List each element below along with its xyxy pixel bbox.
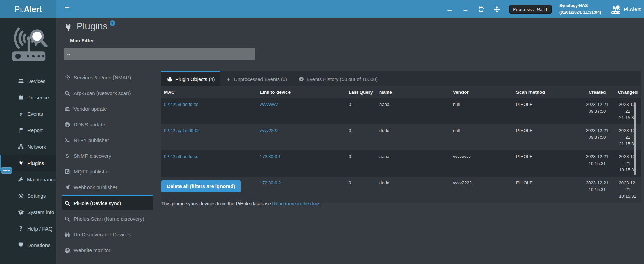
cell-created: 2023-12-2109:37:50	[580, 124, 614, 151]
plugin-nav-item-pholus-scan-name-discovery[interactable]: Pholus-Scan (Name discovery)	[62, 210, 153, 226]
tab-plugin-objects-4[interactable]: Plugin Objects (4)	[161, 71, 220, 86]
plugin-nav-item-label: Un-Discoverable Devices	[73, 232, 131, 237]
new-badge: NEW	[1, 168, 12, 173]
plugin-nav-item-label: DDNS update	[73, 122, 105, 127]
sidebar-item-label: Settings	[27, 193, 46, 199]
column-header-mac[interactable]: MAC	[161, 86, 257, 98]
refresh-icon[interactable]	[476, 4, 486, 14]
column-header-last-query[interactable]: Last Query	[346, 86, 377, 98]
cell-created: 2023-12-2109:37:50	[580, 98, 614, 124]
docs-link[interactable]: Read more in the docs.	[272, 201, 322, 206]
page-header: Plugins ?	[64, 21, 115, 32]
clock-icon	[299, 77, 304, 82]
move-arrows-icon[interactable]	[492, 4, 502, 14]
plugin-nav-item-arp-scan-network-scan[interactable]: Arp-Scan (Network scan)	[62, 85, 153, 100]
plugin-nav-item-label: MQTT publisher	[73, 169, 110, 175]
mac-link[interactable]: 02:42:ac:1e:00:02	[164, 128, 200, 133]
sidebar-item-devices[interactable]: Devices	[0, 73, 56, 89]
cell-scan-method: PIHOLE	[513, 98, 580, 124]
cell-last-query: 0	[346, 177, 377, 203]
sidebar-item-settings[interactable]: Settings	[0, 187, 56, 204]
mac-filter-label: Mac Filter	[70, 38, 94, 43]
sidebar-item-maintenance[interactable]: Maintenance NEW	[0, 171, 56, 187]
cell-device-link: vvvv2222	[257, 124, 346, 151]
process-status-badge: Process: Wait	[509, 5, 552, 14]
brand-prefix: Pi.	[15, 5, 24, 14]
tab-events-history-50-out-of-10000[interactable]: Events History (50 out of 10000)	[293, 71, 384, 86]
mac-filter-input[interactable]	[64, 48, 255, 60]
sidebar-item-label: Help / FAQ	[27, 226, 52, 232]
brand-suffix: Alert	[24, 5, 42, 14]
column-header-changed[interactable]: Changed	[614, 86, 641, 98]
plugin-nav-item-services-ports-nmap[interactable]: Services & Ports (NMAP)	[62, 69, 153, 85]
forward-arrow-icon[interactable]: →	[460, 4, 470, 14]
brand-logo[interactable]: Pi.Alert	[0, 0, 56, 18]
device-link[interactable]: 172.30.0.1	[260, 154, 281, 159]
plugin-nav-item-label: Pholus-Scan (Name discovery)	[73, 216, 144, 222]
device-link[interactable]: 172.30.0.2	[260, 180, 281, 185]
cell-device-link: 172.30.0.1	[257, 150, 346, 177]
mac-link[interactable]: 02:42:59:ad:fd:cc	[164, 154, 198, 159]
plugin-nav-item-website-monitor[interactable]: Website monitor	[62, 242, 153, 258]
plugin-nav-item-un-discoverable-devices[interactable]: Un-Discoverable Devices	[62, 226, 153, 242]
column-header-name[interactable]: Name	[377, 86, 450, 98]
table-row: 02:42:59:ad:fd:ccvvvvvvvv0aaaanullPIHOLE…	[161, 98, 641, 124]
sidebar-item-donations[interactable]: Donations	[0, 237, 56, 253]
plugin-nav-item-webhook-publisher[interactable]: Webhook publisher	[62, 179, 153, 195]
search-icon	[64, 200, 70, 206]
search-icon	[64, 216, 70, 222]
plugin-nav-item-label: NTFY publisher	[73, 137, 109, 143]
sidebar-item-report[interactable]: Report	[0, 122, 56, 138]
device-name: Synology-NAS	[559, 3, 601, 9]
plugin-nav-item-vendor-update[interactable]: Vendor update	[62, 100, 153, 116]
topbar: Pi.Alert ☰ ← → Process: Wait Synology-NA…	[0, 0, 644, 18]
plugin-nav-item-label: PiHole (Device sync)	[73, 200, 121, 206]
sidebar-item-label: Maintenance	[27, 177, 56, 182]
plugin-nav-item-label: Vendor update	[73, 106, 107, 112]
back-arrow-icon[interactable]: ←	[444, 4, 455, 14]
cell-scan-method: PIHOLE	[513, 150, 580, 177]
table-scrollbar[interactable]	[634, 102, 636, 175]
sidebar-item-label: Presence	[27, 95, 49, 100]
flag-icon	[18, 128, 24, 133]
sidebar-item-presence[interactable]: Presence	[0, 89, 56, 106]
column-header-link-to-device[interactable]: Link to device	[257, 86, 346, 98]
sidebar-item-system-info[interactable]: System info	[0, 204, 56, 220]
cell-device-link: 172.30.0.2	[257, 177, 346, 203]
plugin-nav-item-pihole-device-sync[interactable]: PiHole (Device sync)	[62, 195, 153, 210]
column-header-vendor[interactable]: Vendor	[450, 86, 513, 98]
cell-device-name: dddd	[377, 177, 450, 203]
device-link[interactable]: vvvvvvvv	[260, 102, 278, 107]
sidebar-item-help-faq[interactable]: ? Help / FAQ	[0, 220, 56, 237]
device-link[interactable]: vvvv2222	[260, 128, 279, 133]
cell-device-link: vvvvvvvv	[257, 98, 346, 124]
help-badge-icon[interactable]: ?	[110, 20, 115, 26]
cell-last-query: 0	[346, 150, 377, 177]
mac-link[interactable]: 02:42:59:ad:fd:cc	[164, 102, 198, 107]
tab-unprocessed-events-0[interactable]: Unprocessed Events (0)	[220, 71, 293, 86]
plug-icon	[64, 23, 72, 32]
sidebar-menu: Devices Presence Events Report Network P…	[0, 73, 56, 253]
app-badge[interactable]: Pi.Alert	[611, 5, 641, 14]
plugin-nav-item-ntfy-publisher[interactable]: NTFY publisher	[62, 132, 153, 148]
sidebar-item-label: System info	[27, 209, 54, 215]
cell-last-query: 0	[346, 98, 377, 124]
sidebar-item-label: Network	[27, 144, 46, 150]
cell-changed: 2023-12-2121:15:31	[614, 98, 641, 124]
delete-all-button[interactable]: Delete all (filters are ignored)	[161, 180, 241, 192]
hamburger-menu-icon[interactable]: ☰	[61, 0, 73, 18]
terminal-icon	[64, 138, 70, 143]
binoculars-icon	[64, 232, 70, 237]
cell-changed: 2023-12-2110:15:31	[614, 150, 641, 177]
sidebar-item-events[interactable]: Events	[0, 106, 56, 122]
table-row: 02:42:59:ad:fd:cc172.30.0.10aaaavvvvvvvv…	[161, 150, 641, 177]
sidebar-item-network[interactable]: Network	[0, 138, 56, 155]
column-header-created[interactable]: Created	[580, 86, 614, 98]
letter-s-icon: S	[64, 153, 70, 159]
column-header-scan-method[interactable]: Scan method	[513, 86, 580, 98]
bolt-icon	[18, 111, 24, 116]
plugin-nav-item-ddns-update[interactable]: DDNS update	[62, 116, 153, 132]
plugin-nav-item-snmp-discovery[interactable]: S SNMP discovery	[62, 148, 153, 163]
plugin-nav-item-mqtt-publisher[interactable]: MQTT publisher	[62, 163, 153, 179]
cell-changed: 2023-12-2110:15:31	[614, 177, 641, 203]
